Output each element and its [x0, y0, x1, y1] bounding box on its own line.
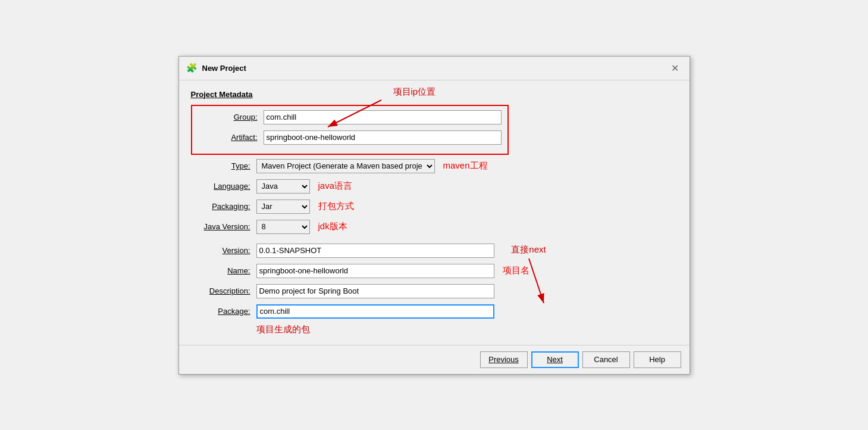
dialog-title: New Project [202, 64, 246, 73]
artifact-row: Artifact: [198, 130, 502, 145]
cancel-button[interactable]: Cancel [582, 351, 630, 368]
previous-button[interactable]: Previous [480, 351, 528, 368]
dialog-content: 项目ip位置 Project Metadata Group: [179, 80, 690, 345]
next-rest: ext [553, 355, 563, 364]
dialog-icon: 🧩 [186, 63, 198, 73]
title-bar-left: 🧩 New Project [186, 63, 246, 73]
previous-underline: P [488, 355, 494, 364]
name-input[interactable] [256, 264, 494, 278]
java-version-label: Java Version: [191, 222, 256, 231]
language-select[interactable]: Java Kotlin Groovy [256, 179, 310, 194]
next-underline: N [547, 355, 552, 364]
next-button[interactable]: Next [531, 351, 579, 368]
version-label: Version: [191, 246, 256, 255]
annotation-packaging: 打包方式 [318, 201, 354, 212]
name-label: Name: [191, 266, 256, 275]
annotation-project-name: 项目名 [503, 265, 529, 276]
group-input[interactable] [264, 110, 502, 124]
annotation-java-lang: java语言 [318, 180, 353, 192]
java-version-select[interactable]: 8 11 17 [256, 220, 310, 234]
package-input[interactable] [256, 304, 494, 319]
new-project-dialog: 🧩 New Project ✕ 项目ip位置 Project Metadata [178, 56, 690, 375]
packaging-label: Packaging: [191, 202, 256, 211]
group-row: Group: [198, 110, 502, 125]
type-select[interactable]: Maven Project (Generate a Maven based pr… [256, 159, 435, 173]
section-title: Project Metadata [191, 90, 678, 99]
annotation-maven: maven工程 [443, 160, 488, 172]
language-label: Language: [191, 182, 256, 191]
footer: Previous Next Cancel Help [179, 345, 690, 374]
package-row: Package: [191, 304, 678, 319]
package-label: Package: [191, 307, 256, 316]
title-bar: 🧩 New Project ✕ [179, 57, 690, 80]
packaging-select[interactable]: Jar War [256, 200, 310, 214]
close-button[interactable]: ✕ [668, 61, 682, 75]
version-input[interactable] [256, 244, 494, 258]
artifact-input[interactable] [264, 130, 502, 145]
name-row: Name: 项目名 [191, 263, 678, 279]
help-button[interactable]: Help [634, 351, 681, 368]
annotation-jdk: jdk版本 [318, 221, 347, 232]
description-row: Description: [191, 283, 678, 299]
metadata-box: Group: Artifact: [191, 105, 509, 155]
group-label: Group: [198, 113, 264, 121]
description-label: Description: [191, 286, 256, 295]
artifact-label: Artifact: [198, 133, 264, 142]
language-row: Language: Java Kotlin Groovy java语言 [191, 179, 678, 194]
description-input[interactable] [256, 284, 494, 298]
previous-rest: revious [494, 355, 519, 364]
java-version-row: Java Version: 8 11 17 jdk版本 [191, 219, 678, 235]
packaging-row: Packaging: Jar War 打包方式 [191, 199, 678, 214]
annotation-package: 项目生成的包 [256, 324, 678, 335]
type-row: Type: Maven Project (Generate a Maven ba… [191, 158, 678, 174]
type-label: Type: [191, 161, 256, 170]
version-row: Version: [191, 243, 678, 258]
